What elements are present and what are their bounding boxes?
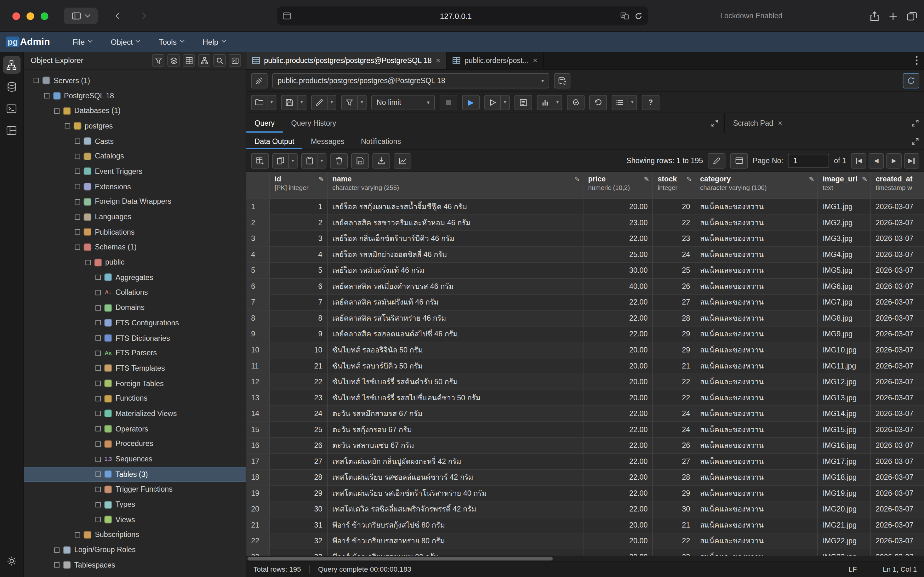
tree-item-servers[interactable]: Servers (1) [24, 73, 246, 88]
filter-button[interactable] [152, 54, 164, 66]
expand-box-icon[interactable] [75, 214, 80, 219]
cell-image_url[interactable]: IMG4.jpg [818, 247, 871, 263]
tree-item-operators[interactable]: Operators [24, 421, 246, 437]
cell-image_url[interactable]: IMG2.jpg [818, 215, 871, 231]
cell-name[interactable]: เทสโตเดวิล รสซิลลี่ผสมพริกจักรพรรดิ์ 42 … [328, 501, 583, 517]
cell-category[interactable]: สแน็คและของหวาน [695, 549, 818, 556]
expand-box-icon[interactable] [34, 78, 39, 84]
copy-button[interactable] [272, 153, 288, 169]
menu-help[interactable]: Help [193, 32, 235, 52]
cell-created_at[interactable]: 2026-03-07 [871, 517, 924, 533]
cell-image_url[interactable]: IMG5.jpg [818, 263, 871, 279]
explain-options-button[interactable]: ▾ [553, 95, 562, 110]
cell-id[interactable]: 3 [270, 231, 328, 247]
new-tab-icon[interactable] [889, 11, 898, 20]
tree-item-fts-dictionaries[interactable]: FTS Dictionaries [24, 330, 246, 345]
cell-created_at[interactable]: 2026-03-07 [871, 374, 924, 390]
pencil-icon[interactable]: ✎ [862, 176, 867, 183]
cell-category[interactable]: สแน็คและของหวาน [695, 406, 818, 422]
search-objects-button[interactable] [213, 54, 225, 66]
delete-row-button[interactable] [330, 153, 348, 169]
share-icon[interactable] [870, 11, 879, 21]
cell-category[interactable]: สแน็คและของหวาน [695, 231, 818, 247]
menu-object[interactable]: Object [101, 32, 150, 52]
next-page-button[interactable]: ▶ [886, 153, 901, 169]
cell-price[interactable]: 22.00 [583, 470, 653, 486]
settings-button[interactable] [3, 552, 21, 570]
page-number-input[interactable] [788, 153, 829, 168]
cell-price[interactable]: 22.00 [583, 311, 653, 327]
row-number-cell[interactable]: 16 [246, 438, 270, 454]
edit-button[interactable] [311, 95, 328, 110]
cell-stock[interactable]: 25 [653, 263, 695, 279]
cell-price[interactable]: 20.00 [583, 342, 653, 358]
scrollbar-thumb[interactable] [248, 557, 552, 560]
tree-item-materialized-views[interactable]: Materialized Views [24, 406, 246, 421]
filter-options-button[interactable]: ▾ [358, 95, 367, 110]
expand-box-icon[interactable] [44, 93, 49, 98]
column-header-created_at[interactable]: created_attimestamp w✎ [871, 172, 924, 198]
tree-item-domains[interactable]: Domains [24, 300, 246, 315]
column-header-id[interactable]: id[PK] integer✎ [270, 172, 328, 198]
graph-visualiser-button[interactable] [394, 153, 411, 169]
tree-item-schemas[interactable]: Schemas (1) [24, 240, 246, 255]
cell-name[interactable]: ตะวัน รสหมึกสามรส 67 กรัม [328, 406, 583, 422]
cell-id[interactable]: 23 [270, 390, 328, 406]
panel-toggle-button[interactable] [229, 54, 241, 66]
cell-id[interactable]: 6 [270, 279, 328, 295]
cell-category[interactable]: สแน็คและของหวาน [695, 327, 818, 343]
cell-id[interactable]: 33 [270, 549, 328, 556]
cell-id[interactable]: 26 [270, 438, 328, 454]
cell-image_url[interactable]: IMG3.jpg [818, 231, 871, 247]
cell-name[interactable]: เลย์คลาสสิค รสเมี่ยงคำครบรส 46 กรัม [328, 279, 583, 295]
tab-overview-icon[interactable] [907, 11, 917, 20]
tree-item-fts-parsers[interactable]: AaFTS Parsers [24, 345, 246, 361]
pencil-icon[interactable]: ✎ [687, 176, 692, 183]
row-number-cell[interactable]: 22 [246, 533, 270, 549]
cell-image_url[interactable]: IMG1.jpg [818, 199, 871, 215]
cell-id[interactable]: 8 [270, 311, 328, 327]
cell-name[interactable]: เทสโตแผ่นเรียบ รสซอลล์แอนด์ซาวร์ 42 กรัม [328, 470, 583, 486]
cell-price[interactable]: 22.00 [583, 295, 653, 311]
cell-id[interactable]: 1 [270, 199, 328, 215]
cell-stock[interactable]: 26 [653, 279, 695, 295]
tree-item-login-group-roles[interactable]: Login/Group Roles [24, 542, 246, 558]
row-number-cell[interactable]: 7 [246, 295, 270, 311]
cell-price[interactable]: 20.00 [583, 199, 653, 215]
tree-item-database[interactable]: postgres [24, 118, 246, 134]
execute-script-button[interactable] [485, 95, 501, 110]
expand-box-icon[interactable] [95, 366, 101, 371]
tree-item-languages[interactable]: Languages [24, 210, 246, 224]
tab-notifications[interactable]: Notifications [353, 133, 409, 149]
edit-row-range-button[interactable] [708, 153, 725, 169]
tree-item-sequences[interactable]: 1.3Sequences [24, 452, 246, 467]
expand-box-icon[interactable] [64, 124, 70, 129]
expand-box-icon[interactable] [75, 169, 80, 174]
cell-category[interactable]: สแน็คและของหวาน [695, 215, 818, 231]
tree-item-casts[interactable]: Casts [24, 134, 246, 149]
cell-category[interactable]: สแน็คและของหวาน [695, 390, 818, 406]
cell-id[interactable]: 32 [270, 533, 328, 549]
cell-price[interactable]: 22.00 [583, 438, 653, 454]
expand-box-icon[interactable] [75, 532, 80, 538]
cell-created_at[interactable]: 2026-03-07 [871, 390, 924, 406]
cell-name[interactable]: เลย์ร็อค รสกุ้งเผาและรสน้ำจิ้มซีฟู๊ด 46 … [328, 199, 583, 215]
cell-category[interactable]: สแน็คและของหวาน [695, 263, 818, 279]
menu-tools[interactable]: Tools [149, 32, 193, 52]
cell-category[interactable]: สแน็คและของหวาน [695, 422, 818, 438]
save-data-changes-button[interactable] [351, 153, 369, 169]
row-number-cell[interactable]: 3 [246, 231, 270, 247]
cell-name[interactable]: เทสโตแผ่นหยัก กลิ่นปูผัดผงกะหรี่ 42 กรัม [328, 454, 583, 470]
cell-id[interactable]: 31 [270, 517, 328, 533]
cell-category[interactable]: สแน็คและของหวาน [695, 374, 818, 390]
expand-box-icon[interactable] [95, 441, 101, 446]
cell-created_at[interactable]: 2026-03-07 [871, 295, 924, 311]
paste-options-button[interactable]: ▾ [318, 153, 327, 169]
cell-name[interactable]: ซันไบทส์ รสออริจินัล 50 กรัม [328, 342, 583, 358]
cell-category[interactable]: สแน็คและของหวาน [695, 199, 818, 215]
back-button[interactable] [112, 8, 126, 24]
cell-price[interactable]: 20.00 [583, 374, 653, 390]
cell-stock[interactable]: 22 [653, 390, 695, 406]
cell-created_at[interactable]: 2026-03-07 [871, 422, 924, 438]
cell-id[interactable]: 7 [270, 295, 328, 311]
